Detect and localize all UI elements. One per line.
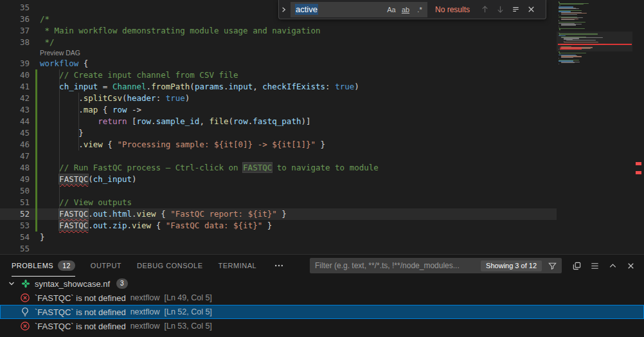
minimap-line	[564, 42, 598, 42]
code-line-50[interactable]: 50	[0, 185, 557, 197]
line-number[interactable]: 49	[0, 174, 30, 185]
code-token: to navigate to module	[272, 163, 379, 172]
minimap-error-marker	[558, 44, 632, 45]
code-line-53[interactable]: 53 FASTQC.out.zip.view { "FastQC data: $…	[0, 220, 557, 232]
code-line-40[interactable]: 40 // Create input channel from CSV file	[0, 69, 557, 81]
line-number[interactable]: 37	[0, 25, 30, 37]
line-number[interactable]: 36	[0, 14, 30, 25]
code-line-47[interactable]: 47	[0, 150, 557, 162]
code-line-44[interactable]: 44 return [row.sample_id, file(row.fastq…	[0, 116, 557, 127]
previous-match-button[interactable]	[478, 3, 492, 16]
tab-problems[interactable]: PROBLEMS12	[12, 255, 75, 277]
line-number[interactable]: 51	[0, 197, 30, 208]
code-token: Channel	[112, 82, 147, 91]
code-token: out	[93, 209, 108, 219]
line-number[interactable]: 46	[0, 139, 30, 150]
find-in-selection-button[interactable]	[509, 3, 523, 16]
line-number[interactable]: 50	[0, 185, 30, 197]
whole-word-button[interactable]: ab	[399, 3, 412, 16]
codelens-preview-dag[interactable]: Preview DAG	[40, 47, 80, 57]
code-token: fromPath	[151, 82, 190, 91]
chevron-down-icon[interactable]	[6, 278, 17, 289]
code-token: "FastQC data: ${it}"	[166, 221, 263, 230]
collapse-all-icon[interactable]	[569, 259, 584, 273]
line-number[interactable]: 41	[0, 81, 30, 93]
close-panel-icon[interactable]	[623, 259, 638, 273]
code-line-38[interactable]: 38 */	[0, 37, 557, 48]
line-number[interactable]: 39	[0, 58, 30, 69]
maximize-panel-icon[interactable]	[605, 259, 620, 273]
line-text: FASTQC(ch_input)	[40, 174, 137, 185]
line-number[interactable]: 55	[0, 243, 30, 255]
find-results-label: No results	[435, 4, 472, 15]
problems-filter-input[interactable]: Filter (e.g. text, **/*.ts, !**/node_mod…	[310, 258, 562, 273]
code-line-39[interactable]: 39workflow {	[0, 58, 557, 69]
line-text: FASTQC.out.html.view { "FastQC report: $…	[40, 208, 287, 220]
code-line-54[interactable]: 54}	[0, 232, 557, 243]
line-text: /*	[40, 14, 49, 25]
problem-row[interactable]: `FASTQC` is not definednextflow[Ln 49, C…	[0, 291, 644, 305]
code-token: splitCsv	[84, 93, 122, 103]
code-line-37[interactable]: 37 * Main workflow demonstrating module …	[0, 25, 557, 37]
view-as-table-icon[interactable]	[587, 259, 602, 273]
code-line-45[interactable]: 45 }	[0, 127, 557, 139]
code-token: file	[209, 116, 228, 126]
code-token: (	[88, 174, 93, 184]
panel-more-actions-icon[interactable]	[272, 259, 286, 273]
line-number[interactable]: 47	[0, 150, 30, 162]
code-line-41[interactable]: 41 ch_input = Channel.fromPath(params.in…	[0, 81, 557, 93]
filter-icon[interactable]	[546, 259, 559, 272]
tab-terminal[interactable]: TERMINAL	[219, 255, 257, 277]
code-line-51[interactable]: 51 // View outputs	[0, 197, 557, 208]
line-number[interactable]: 43	[0, 104, 30, 116]
panel-header: PROBLEMS12OUTPUTDEBUG CONSOLETERMINAL Fi…	[0, 255, 644, 277]
line-number[interactable]: 42	[0, 93, 30, 104]
code-token: .	[107, 209, 112, 219]
tab-debug-console[interactable]: DEBUG CONSOLE	[137, 255, 202, 277]
minimap-line	[561, 57, 573, 58]
code-line-52[interactable]: 52 FASTQC.out.html.view { "FastQC report…	[0, 208, 557, 220]
match-case-button[interactable]: Aa	[385, 3, 398, 16]
minimap-line	[559, 4, 584, 5]
minimap[interactable]	[557, 0, 634, 254]
line-number[interactable]: 44	[0, 116, 30, 127]
problem-row[interactable]: `FASTQC` is not definednextflow[Ln 53, C…	[0, 319, 644, 333]
code-line-55[interactable]: 55	[0, 243, 557, 255]
line-number[interactable]: 38	[0, 37, 30, 48]
regex-button[interactable]: .*	[413, 3, 426, 16]
code-editor[interactable]: 3536/*37 * Main workflow demonstrating m…	[0, 0, 644, 254]
next-match-button[interactable]	[494, 3, 507, 16]
bottom-panel: PROBLEMS12OUTPUTDEBUG CONSOLETERMINAL Fi…	[0, 254, 644, 337]
line-number[interactable]: 40	[0, 69, 30, 81]
line-text: }	[40, 232, 45, 243]
line-number[interactable]: 54	[0, 232, 30, 243]
code-token: map	[84, 105, 98, 114]
line-number[interactable]: 48	[0, 162, 30, 174]
file-name: syntax_showcase.nf	[35, 279, 110, 289]
line-number[interactable]: 53	[0, 220, 30, 232]
find-input[interactable]: active Aa ab .*	[291, 2, 427, 17]
tab-label: DEBUG CONSOLE	[137, 262, 202, 269]
code-token: {	[103, 140, 118, 149]
code-line-49[interactable]: 49 FASTQC(ch_input)	[0, 174, 557, 185]
minimap-line	[559, 29, 560, 30]
problem-row[interactable]: `FASTQC` is not definednextflow[Ln 52, C…	[0, 305, 644, 319]
tab-label: TERMINAL	[219, 262, 257, 269]
chevron-up-icon	[608, 261, 618, 271]
minimap-line	[559, 20, 559, 21]
close-find-button[interactable]	[524, 3, 538, 16]
problems-file-row[interactable]: syntax_showcase.nf 3	[0, 277, 644, 291]
code-token: (	[229, 116, 234, 126]
line-text: .view { "Processing sample: ${it[0]} -> …	[40, 139, 325, 150]
code-line-42[interactable]: 42 .splitCsv(header: true)	[0, 93, 557, 104]
code-token	[40, 197, 59, 207]
tab-output[interactable]: OUTPUT	[91, 255, 121, 277]
code-token: .	[40, 140, 84, 149]
code-line-46[interactable]: 46 .view { "Processing sample: ${it[0]} …	[0, 139, 557, 150]
code-line-48[interactable]: 48 // Run FastQC process – Ctrl-click on…	[0, 162, 557, 174]
toggle-replace-button[interactable]	[279, 0, 289, 19]
line-number[interactable]: 45	[0, 127, 30, 139]
line-number[interactable]: 52	[0, 208, 30, 220]
code-line-43[interactable]: 43 .map { row ->	[0, 104, 557, 116]
line-number[interactable]: 35	[0, 2, 30, 14]
